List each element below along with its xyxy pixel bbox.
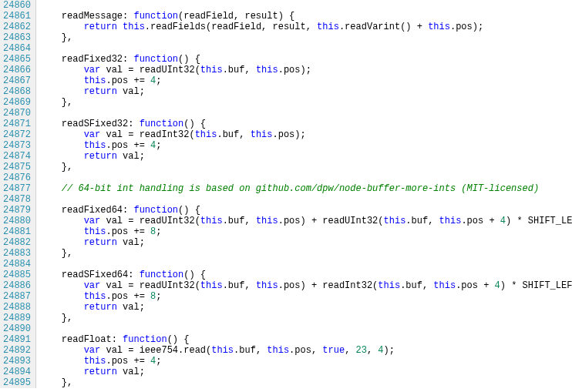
code-line: readFloat: function() { [39,334,572,345]
code-line: return val; [39,367,572,377]
code-line: this.pos += 4; [39,140,572,151]
code-line: this.pos += 4; [39,75,572,86]
line-number: 24883 [0,248,31,259]
line-number: 24890 [0,323,31,334]
code-line: }, [39,97,572,108]
line-number: 24894 [0,367,31,377]
line-number: 24861 [0,11,31,22]
line-number: 24881 [0,226,31,237]
code-line: this.pos += 4; [39,356,572,367]
line-number: 24870 [0,108,31,119]
line-number: 24864 [0,43,31,54]
line-number: 24892 [0,345,31,356]
line-number: 24885 [0,270,31,280]
line-number: 24888 [0,302,31,313]
line-number: 24879 [0,205,31,216]
code-line: var val = readUInt32(this.buf, this.pos)… [39,280,572,291]
line-number: 24891 [0,334,31,345]
code-line: var val = readUInt32(this.buf, this.pos)… [39,216,572,226]
line-number: 24874 [0,151,31,162]
code-line [39,108,572,119]
line-number: 24895 [0,377,31,388]
line-number: 24878 [0,194,31,205]
code-line: return val; [39,302,572,313]
line-number: 24868 [0,86,31,97]
code-line: return this.readFields(readField, result… [39,22,572,32]
line-number: 24865 [0,54,31,65]
code-line: readSFixed64: function() { [39,270,572,280]
code-line: readSFixed32: function() { [39,119,572,129]
line-number: 24893 [0,356,31,367]
code-line: readFixed32: function() { [39,54,572,65]
line-number: 24862 [0,22,31,32]
line-number: 24889 [0,313,31,323]
code-line: }, [39,162,572,173]
line-number: 24882 [0,237,31,248]
code-line [39,259,572,270]
code-line [39,194,572,205]
code-line: }, [39,248,572,259]
code-line [39,0,572,11]
line-number: 24866 [0,65,31,75]
line-number: 24884 [0,259,31,270]
line-number: 24869 [0,97,31,108]
code-line: readMessage: function(readField, result)… [39,11,572,22]
code-line: return val; [39,86,572,97]
code-line: }, [39,377,572,388]
code-line: this.pos += 8; [39,291,572,302]
code-line: var val = readInt32(this.buf, this.pos); [39,129,572,140]
code-line [39,43,572,54]
line-number: 24871 [0,119,31,129]
code-line: this.pos += 8; [39,226,572,237]
line-number: 24880 [0,216,31,226]
code-line: return val; [39,237,572,248]
line-number-gutter: 2486024861248622486324864248652486624867… [0,0,36,388]
code-line: var val = readUInt32(this.buf, this.pos)… [39,65,572,75]
code-line: readFixed64: function() { [39,205,572,216]
code-line: var val = ieee754.read(this.buf, this.po… [39,345,572,356]
line-number: 24886 [0,280,31,291]
code-line: }, [39,313,572,323]
code-line: }, [39,32,572,43]
line-number: 24875 [0,162,31,173]
line-number: 24860 [0,0,31,11]
code-line: // 64-bit int handling is based on githu… [39,183,572,194]
code-line [39,173,572,183]
code-line: return val; [39,151,572,162]
line-number: 24887 [0,291,31,302]
line-number: 24873 [0,140,31,151]
line-number: 24863 [0,32,31,43]
line-number: 24867 [0,75,31,86]
line-number: 24877 [0,183,31,194]
line-number: 24872 [0,129,31,140]
code-line [39,323,572,334]
line-number: 24876 [0,173,31,183]
code-area: readMessage: function(readField, result)… [36,0,572,388]
